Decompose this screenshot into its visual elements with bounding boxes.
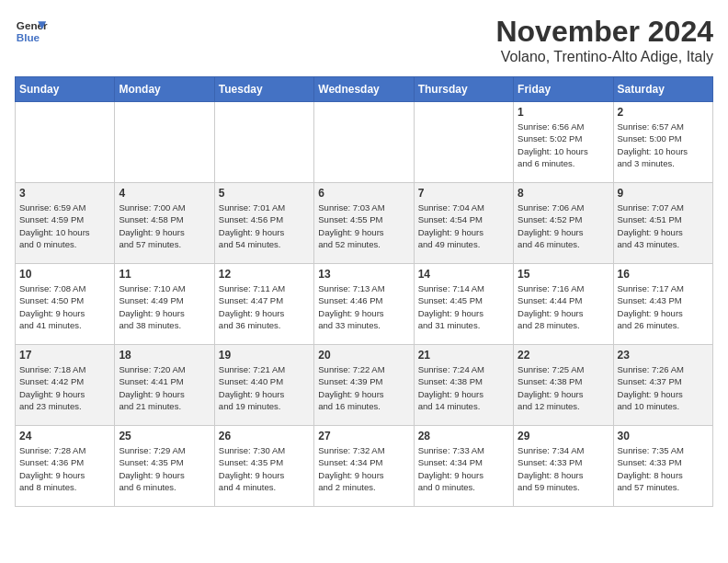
day-header-saturday: Saturday (613, 77, 712, 102)
calendar-cell: 2Sunrise: 6:57 AM Sunset: 5:00 PM Daylig… (613, 102, 712, 183)
day-info: Sunrise: 7:21 AM Sunset: 4:40 PM Dayligh… (219, 363, 310, 412)
day-info: Sunrise: 7:08 AM Sunset: 4:50 PM Dayligh… (19, 282, 110, 331)
day-number: 13 (318, 268, 409, 281)
day-info: Sunrise: 7:26 AM Sunset: 4:37 PM Dayligh… (618, 363, 709, 412)
calendar-cell: 16Sunrise: 7:17 AM Sunset: 4:43 PM Dayli… (613, 264, 712, 345)
day-number: 18 (119, 349, 210, 362)
day-number: 29 (518, 430, 609, 442)
calendar-table: SundayMondayTuesdayWednesdayThursdayFrid… (15, 76, 713, 507)
day-info: Sunrise: 7:01 AM Sunset: 4:56 PM Dayligh… (219, 201, 310, 250)
calendar-cell: 3Sunrise: 6:59 AM Sunset: 4:59 PM Daylig… (16, 183, 115, 264)
day-number: 11 (119, 268, 210, 281)
page-header: General Blue November 2024 Volano, Trent… (15, 15, 713, 65)
day-info: Sunrise: 7:11 AM Sunset: 4:47 PM Dayligh… (219, 282, 310, 331)
calendar-cell: 21Sunrise: 7:24 AM Sunset: 4:38 PM Dayli… (414, 345, 513, 426)
location-subtitle: Volano, Trentino-Alto Adige, Italy (495, 49, 713, 65)
calendar-cell: 5Sunrise: 7:01 AM Sunset: 4:56 PM Daylig… (214, 183, 313, 264)
calendar-cell: 11Sunrise: 7:10 AM Sunset: 4:49 PM Dayli… (115, 264, 214, 345)
calendar-cell: 6Sunrise: 7:03 AM Sunset: 4:55 PM Daylig… (314, 183, 414, 264)
day-number: 16 (618, 268, 709, 281)
day-number: 9 (618, 187, 709, 200)
day-info: Sunrise: 7:22 AM Sunset: 4:39 PM Dayligh… (318, 363, 409, 412)
day-number: 17 (19, 349, 110, 362)
day-info: Sunrise: 7:24 AM Sunset: 4:38 PM Dayligh… (418, 363, 509, 412)
day-number: 10 (19, 268, 110, 281)
day-info: Sunrise: 6:59 AM Sunset: 4:59 PM Dayligh… (19, 201, 110, 250)
week-row-3: 10Sunrise: 7:08 AM Sunset: 4:50 PM Dayli… (16, 264, 713, 345)
day-number: 26 (219, 430, 310, 442)
day-info: Sunrise: 7:30 AM Sunset: 4:35 PM Dayligh… (219, 444, 310, 493)
day-number: 28 (418, 430, 509, 442)
week-row-1: 1Sunrise: 6:56 AM Sunset: 5:02 PM Daylig… (16, 102, 713, 183)
calendar-header-row: SundayMondayTuesdayWednesdayThursdayFrid… (16, 77, 713, 102)
calendar-cell: 19Sunrise: 7:21 AM Sunset: 4:40 PM Dayli… (214, 345, 313, 426)
day-header-sunday: Sunday (16, 77, 115, 102)
day-info: Sunrise: 7:07 AM Sunset: 4:51 PM Dayligh… (618, 201, 709, 250)
day-info: Sunrise: 7:14 AM Sunset: 4:45 PM Dayligh… (418, 282, 509, 331)
month-title: November 2024 (495, 15, 713, 49)
day-info: Sunrise: 6:56 AM Sunset: 5:02 PM Dayligh… (518, 121, 609, 169)
day-info: Sunrise: 7:13 AM Sunset: 4:46 PM Dayligh… (318, 282, 409, 331)
calendar-cell: 4Sunrise: 7:00 AM Sunset: 4:58 PM Daylig… (115, 183, 214, 264)
day-header-wednesday: Wednesday (314, 77, 414, 102)
calendar-cell (214, 102, 313, 183)
calendar-cell: 8Sunrise: 7:06 AM Sunset: 4:52 PM Daylig… (514, 183, 613, 264)
day-number: 6 (318, 187, 409, 200)
day-info: Sunrise: 7:33 AM Sunset: 4:34 PM Dayligh… (418, 444, 509, 493)
day-number: 2 (618, 106, 709, 119)
calendar-body: 1Sunrise: 6:56 AM Sunset: 5:02 PM Daylig… (16, 102, 713, 507)
calendar-cell: 13Sunrise: 7:13 AM Sunset: 4:46 PM Dayli… (314, 264, 414, 345)
calendar-cell: 12Sunrise: 7:11 AM Sunset: 4:47 PM Dayli… (214, 264, 313, 345)
day-info: Sunrise: 7:04 AM Sunset: 4:54 PM Dayligh… (418, 201, 509, 250)
calendar-cell: 23Sunrise: 7:26 AM Sunset: 4:37 PM Dayli… (613, 345, 712, 426)
calendar-cell: 7Sunrise: 7:04 AM Sunset: 4:54 PM Daylig… (414, 183, 513, 264)
week-row-2: 3Sunrise: 6:59 AM Sunset: 4:59 PM Daylig… (16, 183, 713, 264)
logo-icon: General Blue (15, 15, 48, 48)
week-row-4: 17Sunrise: 7:18 AM Sunset: 4:42 PM Dayli… (16, 345, 713, 426)
day-number: 27 (318, 430, 409, 442)
calendar-cell: 15Sunrise: 7:16 AM Sunset: 4:44 PM Dayli… (514, 264, 613, 345)
calendar-cell: 9Sunrise: 7:07 AM Sunset: 4:51 PM Daylig… (613, 183, 712, 264)
day-header-monday: Monday (115, 77, 214, 102)
calendar-cell: 14Sunrise: 7:14 AM Sunset: 4:45 PM Dayli… (414, 264, 513, 345)
day-info: Sunrise: 7:35 AM Sunset: 4:33 PM Dayligh… (618, 444, 709, 493)
day-number: 14 (418, 268, 509, 281)
day-number: 3 (19, 187, 110, 200)
day-info: Sunrise: 7:18 AM Sunset: 4:42 PM Dayligh… (19, 363, 110, 412)
day-number: 22 (518, 349, 609, 362)
week-row-5: 24Sunrise: 7:28 AM Sunset: 4:36 PM Dayli… (16, 426, 713, 507)
day-header-tuesday: Tuesday (214, 77, 313, 102)
day-info: Sunrise: 7:03 AM Sunset: 4:55 PM Dayligh… (318, 201, 409, 250)
day-number: 21 (418, 349, 509, 362)
calendar-cell (16, 102, 115, 183)
day-info: Sunrise: 7:34 AM Sunset: 4:33 PM Dayligh… (518, 444, 609, 493)
calendar-cell: 29Sunrise: 7:34 AM Sunset: 4:33 PM Dayli… (514, 426, 613, 507)
day-header-friday: Friday (514, 77, 613, 102)
calendar-cell: 28Sunrise: 7:33 AM Sunset: 4:34 PM Dayli… (414, 426, 513, 507)
day-number: 19 (219, 349, 310, 362)
day-number: 8 (518, 187, 609, 200)
calendar-cell: 30Sunrise: 7:35 AM Sunset: 4:33 PM Dayli… (613, 426, 712, 507)
calendar-cell: 18Sunrise: 7:20 AM Sunset: 4:41 PM Dayli… (115, 345, 214, 426)
day-info: Sunrise: 7:20 AM Sunset: 4:41 PM Dayligh… (119, 363, 210, 412)
day-number: 20 (318, 349, 409, 362)
day-info: Sunrise: 7:29 AM Sunset: 4:35 PM Dayligh… (119, 444, 210, 493)
day-info: Sunrise: 6:57 AM Sunset: 5:00 PM Dayligh… (618, 121, 709, 169)
day-number: 23 (618, 349, 709, 362)
title-area: November 2024 Volano, Trentino-Alto Adig… (495, 15, 713, 65)
day-header-thursday: Thursday (414, 77, 513, 102)
day-info: Sunrise: 7:25 AM Sunset: 4:38 PM Dayligh… (518, 363, 609, 412)
calendar-cell (314, 102, 414, 183)
calendar-cell: 17Sunrise: 7:18 AM Sunset: 4:42 PM Dayli… (16, 345, 115, 426)
day-info: Sunrise: 7:06 AM Sunset: 4:52 PM Dayligh… (518, 201, 609, 250)
calendar-cell: 1Sunrise: 6:56 AM Sunset: 5:02 PM Daylig… (514, 102, 613, 183)
day-info: Sunrise: 7:10 AM Sunset: 4:49 PM Dayligh… (119, 282, 210, 331)
day-number: 24 (19, 430, 110, 442)
calendar-cell: 24Sunrise: 7:28 AM Sunset: 4:36 PM Dayli… (16, 426, 115, 507)
calendar-cell: 26Sunrise: 7:30 AM Sunset: 4:35 PM Dayli… (214, 426, 313, 507)
day-info: Sunrise: 7:32 AM Sunset: 4:34 PM Dayligh… (318, 444, 409, 493)
day-info: Sunrise: 7:28 AM Sunset: 4:36 PM Dayligh… (19, 444, 110, 493)
calendar-cell: 20Sunrise: 7:22 AM Sunset: 4:39 PM Dayli… (314, 345, 414, 426)
day-number: 30 (618, 430, 709, 442)
calendar-cell (414, 102, 513, 183)
